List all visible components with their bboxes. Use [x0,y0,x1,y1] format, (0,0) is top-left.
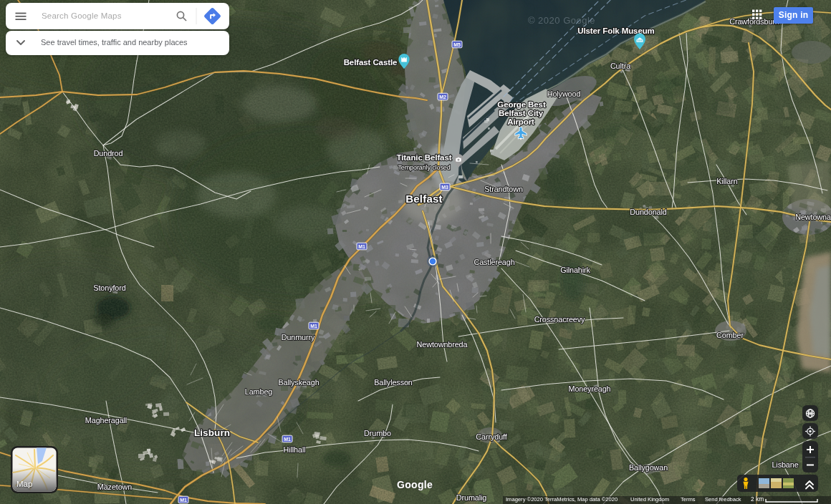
svg-text:Castlereagh: Castlereagh [474,258,514,266]
svg-text:Belfast Castle: Belfast Castle [344,58,398,67]
svg-text:Map: Map [16,480,32,488]
svg-text:Lisburn: Lisburn [194,427,230,438]
svg-text:Mazetown: Mazetown [97,483,133,491]
svg-text:Drumalig: Drumalig [456,493,486,502]
svg-text:Crossnacreevy: Crossnacreevy [534,315,585,324]
svg-text:Ballyskeagh: Ballyskeagh [278,378,319,387]
svg-text:Ballylesson: Ballylesson [374,378,413,387]
svg-text:Airport: Airport [507,117,534,126]
svg-text:Hillhall: Hillhall [283,445,305,454]
svg-text:Comber: Comber [716,331,744,339]
svg-text:United Kingdom: United Kingdom [630,496,669,503]
svg-text:Ulster Folk Museum: Ulster Folk Museum [577,26,654,35]
svg-text:Drumbo: Drumbo [364,429,391,437]
svg-text:Dundrod: Dundrod [94,149,123,158]
svg-text:Strandtown: Strandtown [484,185,523,193]
svg-text:Cultra: Cultra [610,62,630,70]
svg-text:M5: M5 [453,42,461,47]
svg-text:Moneyreagh: Moneyreagh [568,384,610,393]
svg-text:Newtownbreda: Newtownbreda [417,340,468,349]
svg-text:Carryduff: Carryduff [476,432,507,441]
svg-text:M1: M1 [284,437,291,442]
svg-text:Holywood: Holywood [547,89,581,98]
svg-text:Titanic Belfast: Titanic Belfast [397,153,452,162]
svg-text:Lambeg: Lambeg [245,387,273,396]
svg-text:Killarn: Killarn [716,177,737,185]
svg-text:M1: M1 [310,324,317,329]
svg-text:Belfast: Belfast [405,193,442,205]
svg-text:2 km: 2 km [751,495,764,503]
svg-text:Temporarily closed: Temporarily closed [398,164,450,171]
svg-text:Terms: Terms [681,496,696,503]
svg-text:Imagery ©2020 TerraMetrics, Ma: Imagery ©2020 TerraMetrics, Map data ©20… [506,496,618,503]
svg-text:Stonyford: Stonyford [93,284,125,292]
svg-text:M2: M2 [439,94,446,100]
svg-text:Google: Google [397,479,433,490]
svg-text:M1: M1 [358,244,365,249]
svg-text:George Best: George Best [497,100,546,109]
svg-text:© 2020 Google: © 2020 Google [528,15,595,26]
svg-text:Dunmurry: Dunmurry [282,333,315,341]
svg-text:M3: M3 [441,185,448,190]
svg-text:Magheragall: Magheragall [85,416,127,425]
svg-text:Gilnahirk: Gilnahirk [560,266,590,274]
svg-text:Dundonald: Dundonald [630,208,666,216]
svg-text:Belfast City: Belfast City [499,109,544,117]
svg-text:M1: M1 [180,498,187,503]
svg-text:Ballygowan: Ballygowan [629,463,668,472]
svg-text:Send feedback: Send feedback [705,496,741,503]
svg-text:Newtowna: Newtowna [795,213,831,221]
